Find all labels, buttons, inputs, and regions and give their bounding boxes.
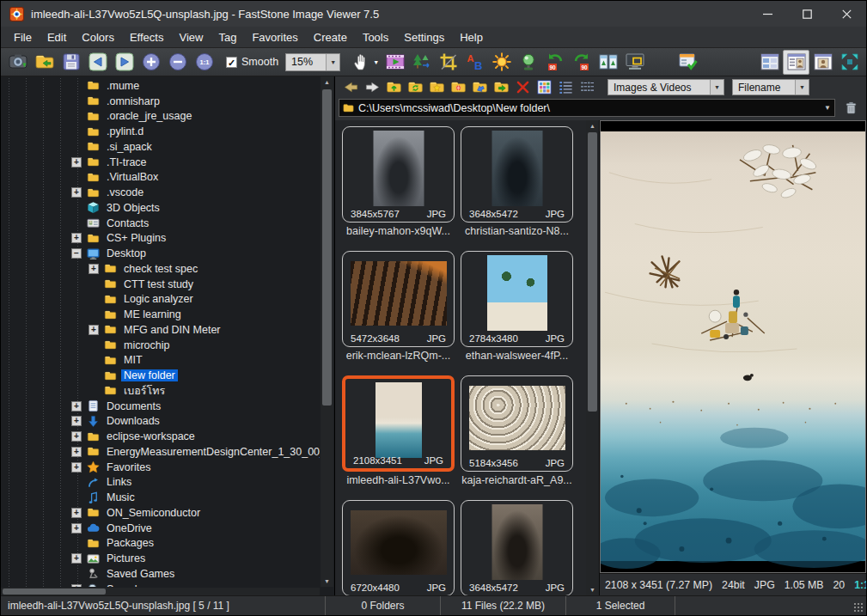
address-input[interactable]: C:\Users\mcssiwad\Desktop\New folder\ ▼ xyxy=(339,99,835,117)
tree-item--virtualbox[interactable]: .VirtualBox xyxy=(1,170,320,186)
tree-item-label[interactable]: Pictures xyxy=(104,552,148,564)
save-icon[interactable] xyxy=(58,50,84,75)
expand-icon[interactable]: + xyxy=(71,584,82,587)
expand-icon[interactable]: + xyxy=(71,187,82,198)
tree-item-label[interactable]: eclipse-workspace xyxy=(104,430,198,442)
tree-item-on-semiconductor[interactable]: +ON_Semiconductor xyxy=(1,505,320,521)
tree-item-music[interactable]: Music xyxy=(1,490,320,505)
expand-icon[interactable]: + xyxy=(89,325,99,335)
chevron-down-icon[interactable]: ▼ xyxy=(824,104,831,112)
open-folder-icon[interactable] xyxy=(31,50,58,75)
favorites-folder-icon[interactable] xyxy=(426,78,448,97)
menu-favorites[interactable]: Favorites xyxy=(244,28,305,46)
thumbnail[interactable]: 6720x4480JPG xyxy=(342,500,455,595)
tree-item-mfg-and-din-meter[interactable]: +MFG and DIN Meter xyxy=(1,322,320,338)
zoom-level-select[interactable]: 15% ▼ xyxy=(285,53,340,71)
tree-item-3d-objects[interactable]: 3D Objects xyxy=(1,200,320,216)
thumbnail-selected[interactable]: 2108x3451JPG xyxy=(342,375,455,472)
adjust-lighting-icon[interactable] xyxy=(488,50,515,75)
chevron-down-icon[interactable]: ▼ xyxy=(373,59,379,65)
tree-item-contacts[interactable]: Contacts xyxy=(1,216,320,231)
preview-image[interactable] xyxy=(600,120,866,573)
hand-tool-icon[interactable]: ▼ xyxy=(349,50,382,75)
tree-item-label[interactable]: New folder xyxy=(121,369,178,381)
tree-item-label[interactable]: .pylint.d xyxy=(104,125,146,137)
thumbnails-scrollbar[interactable]: ▲ ▼ xyxy=(586,120,599,595)
tree-item-label[interactable]: Favorites xyxy=(104,461,153,473)
menu-edit[interactable]: Edit xyxy=(40,28,74,46)
tree-item-favorites[interactable]: +Favorites xyxy=(1,460,320,475)
expand-icon[interactable]: + xyxy=(71,508,82,518)
tree-item-energymeasurementdesigncenter-1-30-00-00[interactable]: +EnergyMeasurementDesignCenter_1_30_00_0… xyxy=(1,444,320,460)
expand-icon[interactable]: + xyxy=(71,462,82,473)
tree-item-pictures[interactable]: +Pictures xyxy=(1,551,320,566)
tree-item--mume[interactable]: .mume xyxy=(1,78,320,94)
resize-icon[interactable] xyxy=(408,50,435,75)
tree-item-eclipse-workspace[interactable]: +eclipse-workspace xyxy=(1,429,320,444)
print-icon[interactable] xyxy=(648,50,675,75)
thumbnail[interactable]: 3648x5472JPG xyxy=(461,126,573,223)
previous-icon[interactable] xyxy=(84,50,111,75)
tree-item-label[interactable]: check test spec xyxy=(121,263,200,275)
expand-icon[interactable]: + xyxy=(71,416,82,426)
tree-item-label[interactable]: .oracle_jre_usage xyxy=(104,110,194,122)
rotate-right-90-icon[interactable]: 90 xyxy=(568,50,595,75)
thumbnail[interactable]: 5472x3648JPG xyxy=(342,251,455,347)
tree-item-label[interactable]: MIT xyxy=(121,354,145,366)
tree-item-label[interactable]: Saved Games xyxy=(104,568,177,580)
tree-item-me-learning[interactable]: ME learning xyxy=(1,307,320,322)
tree-item-mit[interactable]: MIT xyxy=(1,353,320,369)
tree-item-ctt-test-study[interactable]: CTT test study xyxy=(1,277,320,292)
tree-item-label[interactable]: Contacts xyxy=(104,217,151,229)
tree-item-label[interactable]: CS+ Plugins xyxy=(104,232,168,244)
tree-hscroll-thumb[interactable] xyxy=(3,589,106,595)
menu-file[interactable]: File xyxy=(6,28,40,46)
chevron-down-icon[interactable]: ▼ xyxy=(326,54,339,70)
close-button[interactable] xyxy=(827,1,866,27)
expand-icon[interactable]: + xyxy=(71,523,82,534)
tree-item--pylint-d[interactable]: .pylint.d xyxy=(1,124,320,139)
tree-item-logic-analyzer[interactable]: Logic analyzer xyxy=(1,292,320,308)
new-folder-icon[interactable] xyxy=(448,78,469,97)
settings-check-icon[interactable] xyxy=(675,50,701,75)
tree-item-label[interactable]: Packages xyxy=(104,537,156,549)
file-filter-select[interactable]: Images & Videos ▼ xyxy=(608,79,724,95)
tree-item-label[interactable]: ME learning xyxy=(121,308,184,320)
scroll-down-icon[interactable]: ▼ xyxy=(321,576,333,587)
expand-icon[interactable]: + xyxy=(71,447,82,457)
view-thumbnails-icon[interactable] xyxy=(534,78,555,97)
tree-item-label[interactable]: .VirtualBox xyxy=(104,171,161,183)
tree-item-label[interactable]: .si_apack xyxy=(104,141,155,153)
tree-scroll-thumb[interactable] xyxy=(322,89,332,406)
tree-item-label[interactable]: microchip xyxy=(121,339,173,351)
tree-item-label[interactable]: Searches xyxy=(104,583,155,587)
tree-item-label[interactable]: Logic analyzer xyxy=(121,293,196,305)
tree-item-saved-games[interactable]: Saved Games xyxy=(1,566,320,582)
zoom-out-icon[interactable] xyxy=(164,50,191,75)
tree-item--vscode[interactable]: +.vscode xyxy=(1,185,320,200)
tree-item-label[interactable]: Music xyxy=(104,491,137,503)
menu-effects[interactable]: Effects xyxy=(122,28,172,46)
tree-item--omnisharp[interactable]: .omnisharp xyxy=(1,94,320,109)
rotate-left-90-icon[interactable]: 90 xyxy=(541,50,568,75)
trash-icon[interactable] xyxy=(841,99,860,118)
layout-browser-icon[interactable] xyxy=(783,50,809,75)
menu-create[interactable]: Create xyxy=(306,28,355,46)
tree-item-onedrive[interactable]: +OneDrive xyxy=(1,521,320,536)
scroll-down-icon[interactable]: ▼ xyxy=(586,584,599,595)
tree-item-label[interactable]: .omnisharp xyxy=(104,95,162,107)
crop-icon[interactable] xyxy=(435,50,461,75)
rename-icon[interactable]: AB xyxy=(461,50,488,75)
menu-colors[interactable]: Colors xyxy=(74,28,122,46)
copy-to-folder-icon[interactable] xyxy=(491,78,512,97)
tree-item--[interactable]: เบอร์โทร xyxy=(1,383,320,399)
refresh-folder-icon[interactable] xyxy=(405,78,426,97)
expand-icon[interactable]: + xyxy=(89,264,99,274)
tree-item-label[interactable]: MFG and DIN Meter xyxy=(121,324,223,336)
tree-item-label[interactable]: Links xyxy=(104,476,134,488)
menu-view[interactable]: View xyxy=(171,28,211,46)
chevron-down-icon[interactable]: ▼ xyxy=(795,80,809,95)
tree-item-label[interactable]: ON_Semiconductor xyxy=(104,507,203,519)
thumbnails-scroll-thumb[interactable] xyxy=(588,132,597,412)
minimize-button[interactable] xyxy=(748,1,787,27)
